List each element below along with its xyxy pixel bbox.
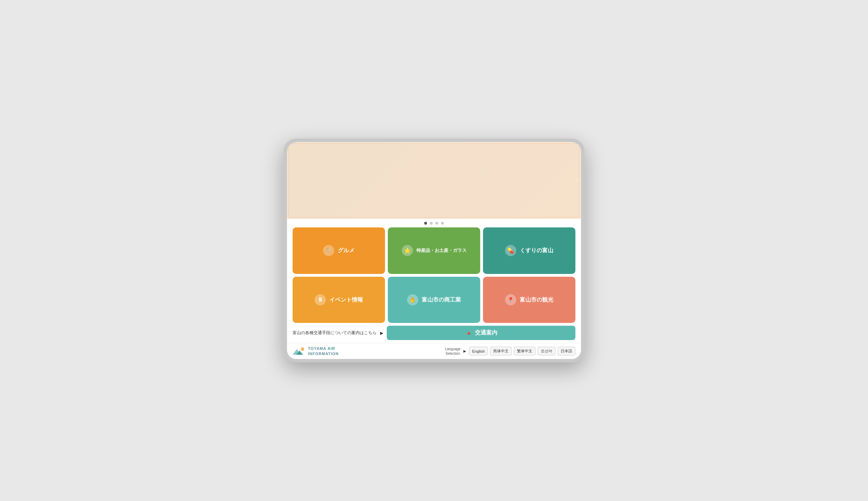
tourism-icon: 📍 (505, 294, 516, 305)
carousel: はじめましての富山。 おすすめ！ モデルコース recommended rout… (287, 142, 581, 219)
events-icon: ⏸ (315, 294, 326, 305)
dot-2[interactable] (430, 222, 433, 225)
svg-text:✈: ✈ (301, 348, 303, 351)
tourism-label: 富山市の観光 (520, 296, 553, 304)
specialty-label: 特産品・お土産・ガラス (416, 248, 467, 254)
gourmet-label: グルメ (338, 247, 355, 254)
events-label: イベント情報 (329, 296, 363, 304)
transport-btn-label: 交通案内 (475, 329, 497, 337)
lang-english[interactable]: English (469, 347, 488, 355)
medicine-label: くすりの富山 (520, 247, 553, 254)
transport-btn-icon: 🔺 (465, 330, 472, 336)
menu-gourmet[interactable]: 🍴 グルメ (293, 227, 385, 274)
dot-1[interactable] (424, 222, 427, 225)
specialty-icon: ⭐ (402, 245, 413, 256)
language-arrow: ▶ (463, 349, 466, 353)
transport-arrow: ▶ (380, 331, 383, 336)
lang-traditional-chinese[interactable]: 繁体中文 (514, 347, 536, 355)
menu-grid: 🍴 グルメ ⭐ 特産品・お土産・ガラス 💊 くすりの富山 ⏸ イベント情報 ✋ … (287, 227, 581, 323)
menu-industry[interactable]: ✋ 富山市の商工業 (388, 277, 480, 323)
footer-logo: ✈ TOYAMA AIR INFORMATION (293, 346, 339, 356)
footer: ✈ TOYAMA AIR INFORMATION Language Select… (287, 343, 581, 359)
dot-4[interactable] (441, 222, 444, 225)
transport-row: 富山の各種交通手段についての案内はこちら ▶ 🔺 交通案内 (287, 323, 581, 343)
lang-korean[interactable]: 조선어 (538, 347, 555, 355)
tablet-screen: はじめましての富山。 おすすめ！ モデルコース recommended rout… (287, 142, 581, 359)
lang-simplified-chinese[interactable]: 简体中文 (490, 347, 512, 355)
transport-button[interactable]: 🔺 交通案内 (387, 326, 575, 340)
dot-3[interactable] (435, 222, 438, 225)
logo-information: INFORMATION (308, 352, 339, 356)
carousel-dots (287, 219, 581, 227)
language-buttons: English 简体中文 繁体中文 조선어 日本語 (469, 347, 575, 355)
gourmet-icon: 🍴 (323, 245, 334, 256)
carousel-right-bottom (536, 188, 581, 219)
tablet-frame: はじめましての富山。 おすすめ！ モデルコース recommended rout… (284, 139, 584, 362)
menu-tourism[interactable]: 📍 富山市の観光 (483, 277, 575, 323)
logo-icon: ✈ (293, 346, 305, 356)
menu-events[interactable]: ⏸ イベント情報 (293, 277, 385, 323)
medicine-icon: 💊 (505, 245, 516, 256)
lang-japanese[interactable]: 日本語 (558, 347, 575, 355)
transport-description: 富山の各種交通手段についての案内はこちら (293, 330, 377, 336)
carousel-arrow[interactable]: ＜ (573, 176, 580, 185)
industry-icon: ✋ (407, 294, 418, 305)
logo-air: AIR (328, 346, 335, 351)
logo-toyama: TOYAMA (308, 346, 326, 351)
language-label: Language Selection (445, 347, 461, 356)
menu-specialty[interactable]: ⭐ 特産品・お土産・ガラス (388, 227, 480, 274)
carousel-side-right: ＜ (536, 142, 581, 219)
industry-label: 富山市の商工業 (422, 296, 461, 304)
menu-medicine[interactable]: 💊 くすりの富山 (483, 227, 575, 274)
logo-text: TOYAMA AIR INFORMATION (308, 346, 339, 356)
